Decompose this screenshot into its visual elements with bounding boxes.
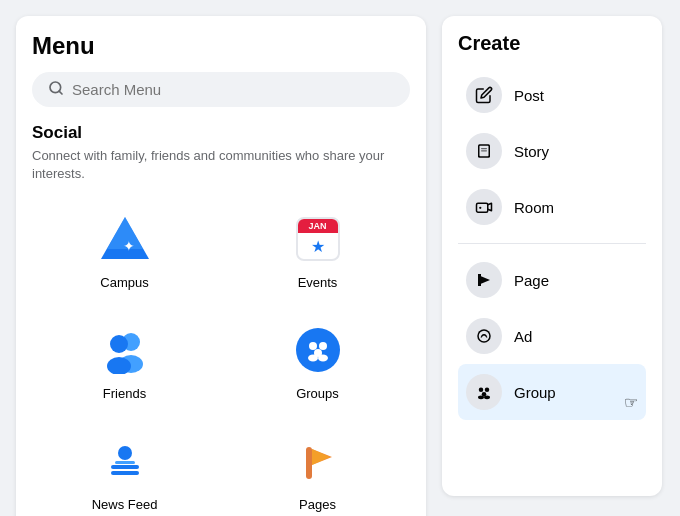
page-title: Menu — [32, 32, 410, 60]
svg-point-33 — [484, 395, 490, 399]
news-feed-label: News Feed — [92, 497, 158, 512]
left-panel: Menu Social Connect with family, friends… — [16, 16, 426, 516]
room-item[interactable]: Room — [458, 179, 646, 235]
campus-item[interactable]: ✦ Campus — [32, 199, 217, 302]
room-icon — [466, 189, 502, 225]
svg-point-10 — [319, 342, 327, 350]
news-feed-item[interactable]: News Feed — [32, 421, 217, 516]
post-item[interactable]: Post — [458, 67, 646, 123]
search-bar[interactable] — [32, 72, 410, 107]
svg-point-7 — [110, 335, 128, 353]
social-section-title: Social — [32, 123, 410, 143]
svg-point-29 — [479, 388, 484, 393]
post-label: Post — [514, 87, 544, 104]
groups-item[interactable]: Groups — [225, 310, 410, 413]
group-icon — [466, 374, 502, 410]
svg-point-32 — [478, 395, 484, 399]
pages-item[interactable]: Pages — [225, 421, 410, 516]
social-grid: ✦ Campus JAN ★ Events — [32, 199, 410, 516]
social-section-desc: Connect with family, friends and communi… — [32, 147, 410, 183]
svg-point-14 — [118, 446, 132, 460]
svg-point-30 — [485, 388, 490, 393]
page-create-item[interactable]: Page — [458, 252, 646, 308]
friends-icon — [97, 322, 153, 378]
post-icon — [466, 77, 502, 113]
cursor-hand-icon: ☞ — [624, 393, 638, 412]
svg-point-13 — [318, 355, 328, 362]
friends-label: Friends — [103, 386, 146, 401]
group-label: Group — [514, 384, 556, 401]
svg-rect-25 — [477, 203, 488, 212]
ad-item[interactable]: Ad — [458, 308, 646, 364]
page-create-label: Page — [514, 272, 549, 289]
svg-text:✦: ✦ — [123, 238, 135, 254]
svg-rect-18 — [306, 447, 312, 479]
svg-point-9 — [309, 342, 317, 350]
events-icon: JAN ★ — [290, 211, 346, 267]
groups-icon — [290, 322, 346, 378]
search-input[interactable] — [72, 81, 394, 98]
story-item[interactable]: Story — [458, 123, 646, 179]
svg-marker-20 — [312, 449, 330, 465]
pages-label: Pages — [299, 497, 336, 512]
ad-icon — [466, 318, 502, 354]
events-label: Events — [298, 275, 338, 290]
svg-line-1 — [59, 91, 62, 94]
svg-rect-15 — [111, 465, 139, 469]
svg-rect-16 — [111, 471, 139, 475]
group-item[interactable]: Group ☞ — [458, 364, 646, 420]
create-divider — [458, 243, 646, 244]
create-title: Create — [458, 32, 646, 55]
svg-point-12 — [308, 355, 318, 362]
room-label: Room — [514, 199, 554, 216]
svg-point-28 — [479, 331, 490, 342]
news-feed-icon — [97, 433, 153, 489]
page-create-icon — [466, 262, 502, 298]
events-item[interactable]: JAN ★ Events — [225, 199, 410, 302]
ad-label: Ad — [514, 328, 532, 345]
campus-label: Campus — [100, 275, 148, 290]
search-icon — [48, 80, 64, 99]
svg-rect-24 — [481, 150, 487, 151]
friends-item[interactable]: Friends — [32, 310, 217, 413]
pages-icon — [290, 433, 346, 489]
story-label: Story — [514, 143, 549, 160]
svg-rect-17 — [115, 461, 135, 464]
svg-point-26 — [479, 207, 481, 209]
groups-label: Groups — [296, 386, 339, 401]
story-icon — [466, 133, 502, 169]
svg-rect-23 — [481, 148, 487, 149]
campus-icon: ✦ — [97, 211, 153, 267]
right-panel: Create Post Story — [442, 16, 662, 496]
